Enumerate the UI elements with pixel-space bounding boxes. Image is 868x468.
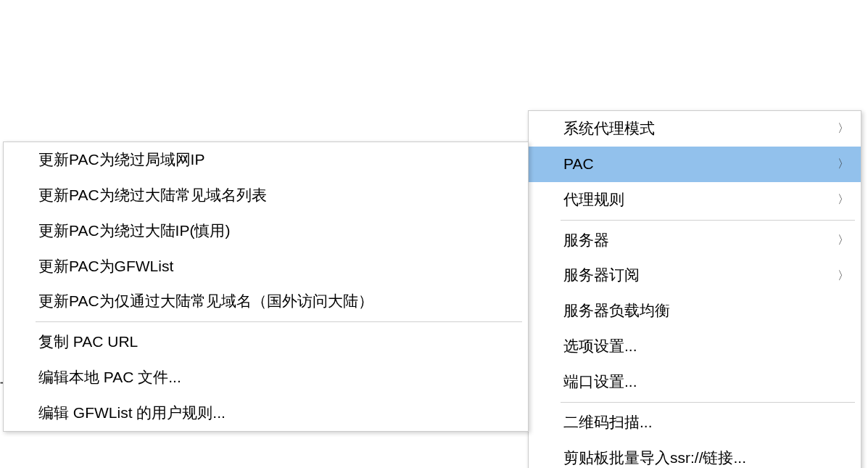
sub-menu-item-3[interactable]: 更新PAC为GFWList — [4, 249, 528, 284]
menu-item-label: 服务器负载均衡 — [563, 302, 670, 319]
sub-menu-item-0[interactable]: 更新PAC为绕过局域网IP — [4, 142, 528, 178]
sub-menu-separator — [36, 321, 522, 322]
menu-item-label: 编辑 GFWList 的用户规则... — [38, 404, 226, 421]
main-menu-item-10[interactable]: 二维码扫描... — [529, 405, 861, 440]
main-menu-item-6[interactable]: 服务器负载均衡 — [529, 293, 861, 329]
pac-submenu: 更新PAC为绕过局域网IP更新PAC为绕过大陆常见域名列表更新PAC为绕过大陆I… — [3, 141, 529, 432]
sub-menu-item-8[interactable]: 编辑 GFWList 的用户规则... — [4, 395, 528, 431]
main-menu-item-8[interactable]: 端口设置... — [529, 364, 861, 400]
chevron-right-icon: 〉 — [838, 265, 849, 287]
main-menu-item-1[interactable]: PAC〉 — [529, 147, 861, 182]
sub-menu-item-6[interactable]: 复制 PAC URL — [4, 324, 528, 360]
sub-menu-item-7[interactable]: 编辑本地 PAC 文件... — [4, 360, 528, 395]
menu-item-label: 更新PAC为绕过大陆IP(慎用) — [38, 222, 230, 239]
menu-item-label: 更新PAC为绕过局域网IP — [38, 151, 204, 168]
menu-item-label: 选项设置... — [563, 337, 637, 354]
main-menu-item-2[interactable]: 代理规则〉 — [529, 182, 861, 218]
menu-item-label: 端口设置... — [563, 373, 637, 390]
menu-item-label: 更新PAC为绕过大陆常见域名列表 — [38, 186, 267, 203]
menu-item-label: 代理规则 — [563, 191, 624, 208]
menu-item-label: 更新PAC为仅通过大陆常见域名（国外访问大陆） — [38, 292, 373, 309]
main-menu-item-7[interactable]: 选项设置... — [529, 329, 861, 364]
main-menu-separator — [561, 402, 855, 403]
main-menu-separator — [561, 220, 855, 221]
menu-item-label: 更新PAC为GFWList — [38, 258, 173, 274]
menu-item-label: 服务器订阅 — [563, 266, 640, 283]
chevron-right-icon: 〉 — [838, 229, 849, 251]
menu-item-label: 复制 PAC URL — [38, 333, 138, 350]
main-menu-item-11[interactable]: 剪贴板批量导入ssr://链接... — [529, 440, 861, 468]
sub-menu-item-4[interactable]: 更新PAC为仅通过大陆常见域名（国外访问大陆） — [4, 284, 528, 319]
chevron-right-icon: 〉 — [838, 189, 849, 210]
menu-item-label: 编辑本地 PAC 文件... — [38, 369, 181, 385]
menu-item-label: 系统代理模式 — [563, 120, 655, 136]
main-menu-item-5[interactable]: 服务器订阅〉 — [529, 258, 861, 293]
menu-item-label: PAC — [563, 155, 594, 172]
main-context-menu: 系统代理模式〉PAC〉代理规则〉服务器〉服务器订阅〉服务器负载均衡选项设置...… — [528, 110, 861, 468]
sub-menu-item-2[interactable]: 更新PAC为绕过大陆IP(慎用) — [4, 213, 528, 249]
menu-item-label: 剪贴板批量导入ssr://链接... — [563, 449, 746, 466]
chevron-right-icon: 〉 — [838, 118, 849, 140]
main-menu-item-0[interactable]: 系统代理模式〉 — [529, 111, 861, 147]
main-menu-item-4[interactable]: 服务器〉 — [529, 223, 861, 258]
menu-item-label: 二维码扫描... — [563, 414, 653, 430]
menu-item-label: 服务器 — [563, 231, 609, 248]
sub-menu-item-1[interactable]: 更新PAC为绕过大陆常见域名列表 — [4, 178, 528, 213]
chevron-right-icon: 〉 — [838, 153, 849, 175]
